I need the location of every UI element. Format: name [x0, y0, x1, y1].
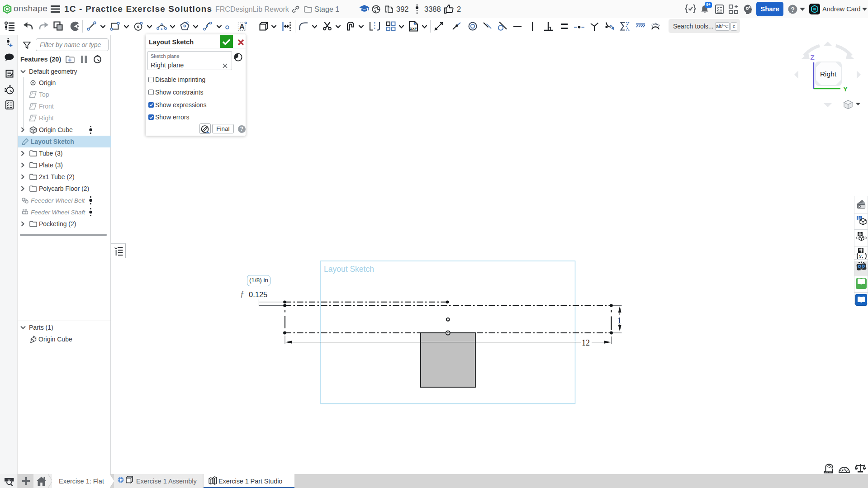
svg-text:?: ? [791, 6, 795, 13]
svg-text:Z: Z [810, 53, 814, 61]
svg-text:x: x [859, 253, 862, 260]
svg-text:DXF: DXF [410, 27, 417, 31]
svg-text:A: A [239, 23, 245, 31]
svg-text:Y: Y [843, 85, 848, 93]
svg-text:Right: Right [820, 70, 837, 78]
